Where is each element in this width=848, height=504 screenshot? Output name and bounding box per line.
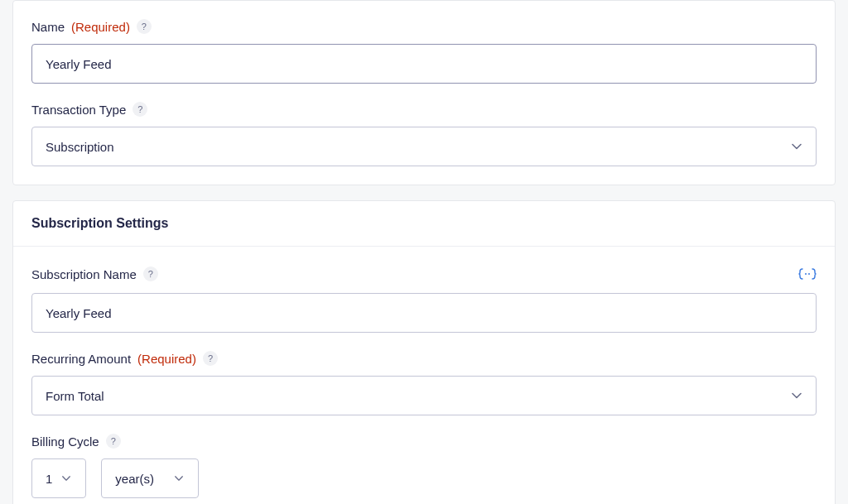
required-label: (Required) (71, 20, 130, 34)
subscription-settings-card: Subscription Settings Subscription Name … (12, 200, 836, 504)
card-body: Name (Required) ? Transaction Type ? Sub… (13, 1, 835, 185)
merge-tags-icon[interactable] (798, 265, 817, 283)
chevron-down-icon (173, 473, 185, 484)
label-left: Subscription Name ? (31, 266, 158, 281)
recurring-amount-select[interactable]: Form Total (31, 376, 817, 415)
transaction-type-label: Transaction Type (31, 103, 126, 117)
billing-unit-select[interactable]: year(s) (101, 458, 199, 498)
recurring-amount-label: Recurring Amount (31, 352, 131, 366)
card-header: Subscription Settings (13, 201, 835, 247)
name-field: Name (Required) ? (31, 19, 817, 84)
billing-cycle-field: Billing Cycle ? 1 year(s) (31, 434, 817, 498)
recurring-amount-field: Recurring Amount (Required) ? Form Total (31, 351, 817, 415)
name-input[interactable] (31, 44, 817, 84)
subscription-name-input[interactable] (31, 293, 817, 333)
transaction-type-select[interactable]: Subscription (31, 127, 817, 166)
feed-settings-card: Name (Required) ? Transaction Type ? Sub… (12, 0, 836, 185)
svg-point-0 (805, 273, 807, 275)
billing-cycle-row: 1 year(s) (31, 458, 817, 498)
subscription-name-field: Subscription Name ? (31, 265, 817, 333)
chevron-down-icon (791, 390, 802, 401)
label-left: Recurring Amount (Required) ? (31, 351, 218, 366)
label-left: Name (Required) ? (31, 19, 152, 34)
label-row: Subscription Name ? (31, 265, 817, 283)
svg-point-1 (808, 273, 810, 275)
chevron-down-icon (60, 473, 72, 484)
billing-number-value: 1 (46, 472, 52, 486)
help-icon[interactable]: ? (143, 266, 158, 281)
subscription-name-label: Subscription Name (31, 267, 137, 281)
card-body: Subscription Name ? Recurring Amo (13, 247, 835, 504)
chevron-down-icon (791, 141, 802, 152)
billing-unit-value: year(s) (115, 472, 154, 486)
transaction-type-value: Subscription (46, 140, 114, 154)
help-icon[interactable]: ? (137, 19, 152, 34)
label-row: Recurring Amount (Required) ? (31, 351, 817, 366)
label-left: Transaction Type ? (31, 102, 147, 117)
help-icon[interactable]: ? (203, 351, 218, 366)
transaction-type-field: Transaction Type ? Subscription (31, 102, 817, 166)
name-label: Name (31, 20, 65, 34)
help-icon[interactable]: ? (106, 434, 121, 449)
billing-cycle-label: Billing Cycle (31, 434, 99, 449)
recurring-amount-value: Form Total (46, 389, 104, 403)
billing-number-select[interactable]: 1 (31, 458, 86, 498)
help-icon[interactable]: ? (132, 102, 147, 117)
subscription-settings-heading: Subscription Settings (31, 216, 168, 230)
required-label: (Required) (137, 352, 196, 366)
label-left: Billing Cycle ? (31, 434, 121, 449)
label-row: Transaction Type ? (31, 102, 817, 117)
label-row: Name (Required) ? (31, 19, 817, 34)
label-row: Billing Cycle ? (31, 434, 817, 449)
